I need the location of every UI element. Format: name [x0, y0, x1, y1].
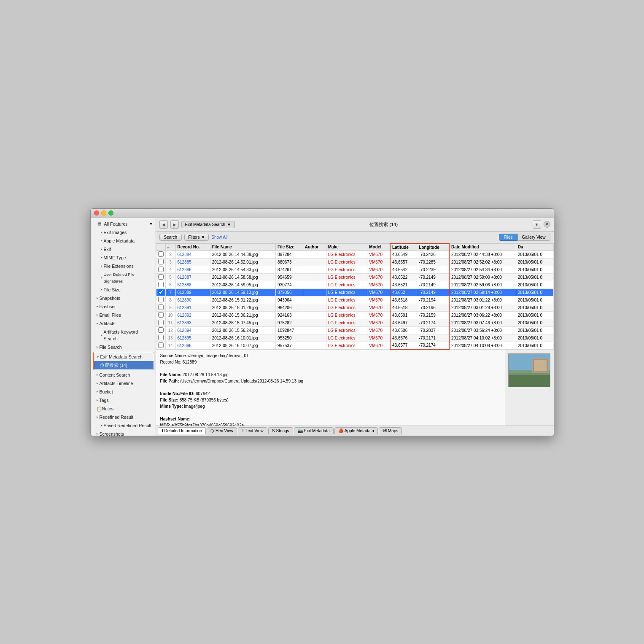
row-checkbox[interactable]: [158, 251, 164, 257]
col-header-date-modified[interactable]: Date Modified: [449, 244, 516, 251]
row-checkbox[interactable]: [158, 312, 164, 318]
table-row[interactable]: 13 612895 2012-08-26 16.10.01.jpg 953250…: [156, 334, 553, 342]
search-button[interactable]: Search: [159, 234, 182, 241]
sidebar-item-file-search[interactable]: ▸ File Search: [91, 343, 156, 351]
tab-text-view[interactable]: T Text View: [238, 427, 267, 434]
tab-hex-view[interactable]: ⬡ Hex View: [207, 427, 237, 434]
tab-exif-metadata[interactable]: 📷 Exif Metadata: [294, 427, 334, 434]
sidebar-item-artifacts-keyword[interactable]: ▸ Artifacts Keyword Search: [91, 328, 156, 343]
nav-back-button[interactable]: ◀: [159, 220, 168, 229]
cell-filesize: 943964: [276, 296, 303, 304]
col-header-filename[interactable]: File Name: [210, 244, 275, 251]
sidebar-item-notes[interactable]: 📋 Notes: [91, 404, 156, 413]
sidebar-item-snapshots[interactable]: ▸ Snapshots: [91, 294, 156, 302]
row-checkbox[interactable]: [158, 289, 164, 295]
row-checkbox[interactable]: [158, 335, 164, 340]
cell-checkbox[interactable]: [156, 281, 165, 288]
cell-checkbox[interactable]: [156, 342, 165, 349]
nav-forward-button[interactable]: ▶: [170, 220, 179, 229]
table-row[interactable]: 7 612889 2012-08-26 14.59.13.jpg 879356 …: [156, 288, 553, 296]
sidebar-item-file-size[interactable]: ▸ File Size: [91, 286, 156, 294]
sidebar-item-exif-images[interactable]: ▸ Exif Images: [91, 228, 156, 237]
cell-checkbox[interactable]: [156, 319, 165, 326]
exif-metadata-label: Exif Metadata: [304, 428, 330, 433]
sidebar-item-redefined-result[interactable]: ▸ Redefined Result: [91, 413, 156, 421]
show-all-button[interactable]: Show All: [211, 235, 227, 240]
table-row[interactable]: 14 612896 2012-08-26 16.10.07.jpg 957537…: [156, 342, 553, 349]
sidebar-item-screenshots[interactable]: ▸ Screenshots: [91, 430, 156, 436]
row-checkbox[interactable]: [158, 342, 164, 348]
row-checkbox[interactable]: [158, 282, 164, 287]
sidebar-item-mime-type[interactable]: ▸ MIME Type: [91, 253, 156, 262]
cell-checkbox[interactable]: [156, 273, 165, 281]
row-checkbox[interactable]: [158, 274, 164, 280]
table-row[interactable]: 5 612887 2012-08-26 14.58.58.jpg 954659 …: [156, 273, 553, 281]
cell-checkbox[interactable]: [156, 304, 165, 311]
exif-metadata-tab[interactable]: Exif Metadata Search ▼: [181, 221, 235, 228]
table-row[interactable]: 2 612884 2012-08-26 14.44.38.jpg 897284 …: [156, 251, 553, 258]
cell-checkbox[interactable]: [156, 266, 165, 273]
cell-checkbox[interactable]: [156, 326, 165, 334]
cell-checkbox[interactable]: [156, 311, 165, 319]
cell-checkbox[interactable]: [156, 251, 165, 258]
cell-checkbox[interactable]: [156, 288, 165, 296]
sidebar-item-user-defined[interactable]: ▸ User Defined File Signatures: [91, 270, 156, 286]
sidebar-item-content-search[interactable]: ▸ Content Search: [91, 371, 156, 379]
table-area[interactable]: # Record No. File Name File Size Author …: [156, 243, 554, 350]
col-header-date2[interactable]: Da: [516, 244, 553, 251]
gallery-view-button[interactable]: Gallery View: [517, 234, 550, 241]
row-checkbox[interactable]: [158, 259, 164, 264]
row-checkbox[interactable]: [158, 327, 164, 333]
sidebar-label-content-search: Content Search: [100, 372, 130, 378]
row-checkbox[interactable]: [158, 297, 164, 302]
tab-maps[interactable]: 🗺 Maps: [379, 427, 402, 434]
sidebar-item-tags[interactable]: ▸ Tags: [91, 396, 156, 404]
sidebar-item-bucket[interactable]: ▸ Bucket: [91, 388, 156, 396]
col-header-model[interactable]: Model: [367, 244, 390, 251]
sidebar-item-all-features[interactable]: ▤ All Features ▼: [91, 220, 156, 228]
col-header-latitude[interactable]: Latitude: [390, 244, 417, 251]
close-button[interactable]: [94, 210, 99, 216]
col-header-record[interactable]: Record No.: [175, 244, 210, 251]
minimize-button[interactable]: [101, 210, 106, 216]
table-row[interactable]: 9 612891 2012-08-26 15.01.28.jpg 964206 …: [156, 304, 553, 311]
col-header-num[interactable]: #: [165, 244, 175, 251]
sidebar-item-email-files[interactable]: ▸ Email Files: [91, 311, 156, 319]
tab-apple-metadata[interactable]: 🍎 Apple Metadata: [334, 427, 378, 434]
cell-checkbox[interactable]: [156, 296, 165, 304]
table-row[interactable]: 3 612885 2012-08-26 14.52.01.jpg 880673 …: [156, 258, 553, 266]
col-header-make[interactable]: Make: [326, 244, 367, 251]
table-row[interactable]: 10 612892 2012-08-26 15.06.21.jpg 924163…: [156, 311, 553, 319]
col-header-longitude[interactable]: Longitude: [417, 244, 449, 251]
sidebar-item-saved-redefined[interactable]: ▸ Saved Redefined Result: [91, 421, 156, 430]
cell-filesize: 964206: [276, 304, 303, 311]
close-tab-button[interactable]: ✕: [544, 221, 550, 228]
row-checkbox[interactable]: [158, 320, 164, 325]
sidebar-item-exif-metadata-search[interactable]: ▸ Exif Metadata Search: [94, 353, 154, 361]
col-header-checkbox[interactable]: [156, 244, 165, 251]
table-row[interactable]: 6 612888 2012-08-26 14.59.05.jpg 930774 …: [156, 281, 553, 288]
sidebar-item-artifacts[interactable]: ▸ Artifacts: [91, 319, 156, 328]
cell-checkbox[interactable]: [156, 334, 165, 342]
row-checkbox[interactable]: [158, 267, 164, 272]
tab-detailed-info[interactable]: ℹ Detailed Information: [158, 427, 206, 434]
col-header-filesize[interactable]: File Size: [276, 244, 303, 251]
col-header-author[interactable]: Author: [303, 244, 326, 251]
row-checkbox[interactable]: [158, 304, 164, 310]
files-view-button[interactable]: Files: [499, 234, 517, 241]
table-row[interactable]: 11 612893 2012-08-26 15.07.45.jpg 975282…: [156, 319, 553, 326]
sidebar-item-artifacts-timeline[interactable]: ▸ Artifacts Timeline: [91, 379, 156, 388]
table-row[interactable]: 4 612886 2012-08-26 14.54.33.jpg 874261 …: [156, 266, 553, 273]
sort-button[interactable]: ▼: [533, 220, 541, 229]
sidebar-item-exif[interactable]: ▸ Exif: [91, 245, 156, 253]
sidebar-item-file-extensions[interactable]: ▸ File Extensions: [91, 262, 156, 270]
sidebar-item-hashset[interactable]: ▸ Hashset: [91, 302, 156, 311]
cell-checkbox[interactable]: [156, 258, 165, 266]
tab-strings[interactable]: S Strings: [268, 427, 293, 434]
filters-button[interactable]: Filters ▼: [184, 234, 209, 241]
table-row[interactable]: 8 612890 2012-08-26 15.01.22.jpg 943964 …: [156, 296, 553, 304]
sidebar-item-location-search[interactable]: 位置搜索 (14): [94, 361, 154, 369]
maximize-button[interactable]: [108, 210, 113, 216]
sidebar-item-apple-metadata[interactable]: ▸ Apple Metadata: [91, 237, 156, 245]
table-row[interactable]: 12 612894 2012-08-26 15.56.24.jpg 109284…: [156, 326, 553, 334]
